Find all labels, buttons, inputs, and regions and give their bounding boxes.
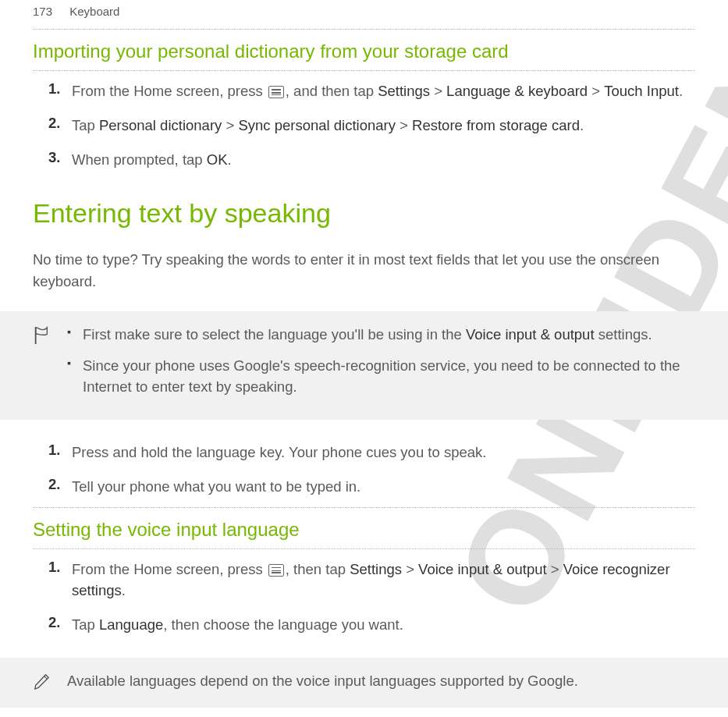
step-number: 3. bbox=[33, 149, 72, 166]
step-number: 2. bbox=[33, 115, 72, 132]
page-number: 173 bbox=[33, 5, 52, 18]
note-body: Available languages depend on the voice … bbox=[61, 670, 695, 692]
list-item: 1. Press and hold the language key. Your… bbox=[33, 435, 695, 470]
page-header: 173 Keyboard bbox=[0, 0, 728, 29]
section-name: Keyboard bbox=[69, 5, 119, 18]
step-number: 1. bbox=[33, 442, 72, 459]
list-item: 2. Tap Personal dictionary > Sync person… bbox=[33, 108, 695, 143]
list-item: 2. Tap Language, then choose the languag… bbox=[33, 608, 695, 642]
note-bullet: Since your phone uses Google's speech-re… bbox=[67, 355, 695, 399]
list-item: 1. From the Home screen, press , and the… bbox=[33, 74, 695, 108]
note-prerequisites: First make sure to select the language y… bbox=[0, 311, 728, 420]
note-text: Available languages depend on the voice … bbox=[61, 670, 695, 692]
step-number: 2. bbox=[33, 614, 72, 631]
step-text: From the Home screen, press , and then t… bbox=[72, 80, 695, 102]
flag-icon bbox=[33, 324, 61, 349]
step-text: Press and hold the language key. Your ph… bbox=[72, 442, 695, 463]
step-number: 1. bbox=[33, 559, 72, 576]
note-available-languages: Available languages depend on the voice … bbox=[0, 658, 728, 708]
step-text: Tap Personal dictionary > Sync personal … bbox=[72, 115, 695, 137]
note-body: First make sure to select the language y… bbox=[61, 324, 695, 407]
section-title-importing: Importing your personal dictionary from … bbox=[0, 30, 728, 70]
step-text: From the Home screen, press , then tap S… bbox=[72, 559, 695, 602]
voice-language-steps: 1. From the Home screen, press , then ta… bbox=[0, 549, 728, 645]
list-item: 2. Tell your phone what you want to be t… bbox=[33, 470, 695, 504]
section-title-voice-language: Setting the voice input language bbox=[0, 508, 728, 548]
step-number: 2. bbox=[33, 476, 72, 493]
step-text: When prompted, tap OK. bbox=[72, 149, 695, 171]
step-text: Tell your phone what you want to be type… bbox=[72, 476, 695, 498]
list-item: 3. When prompted, tap OK. bbox=[33, 143, 695, 177]
heading-entering-text: Entering text by speaking bbox=[0, 179, 728, 243]
step-number: 1. bbox=[33, 80, 72, 98]
step-text: Tap Language, then choose the language y… bbox=[72, 614, 695, 636]
importing-steps: 1. From the Home screen, press , and the… bbox=[0, 71, 728, 179]
speaking-steps: 1. Press and hold the language key. Your… bbox=[0, 432, 728, 507]
pencil-icon bbox=[33, 670, 61, 695]
menu-icon bbox=[268, 86, 284, 98]
note-bullet: First make sure to select the language y… bbox=[67, 324, 695, 346]
list-item: 1. From the Home screen, press , then ta… bbox=[33, 552, 695, 609]
menu-icon bbox=[268, 564, 284, 577]
intro-paragraph: No time to type? Try speaking the words … bbox=[0, 243, 728, 299]
